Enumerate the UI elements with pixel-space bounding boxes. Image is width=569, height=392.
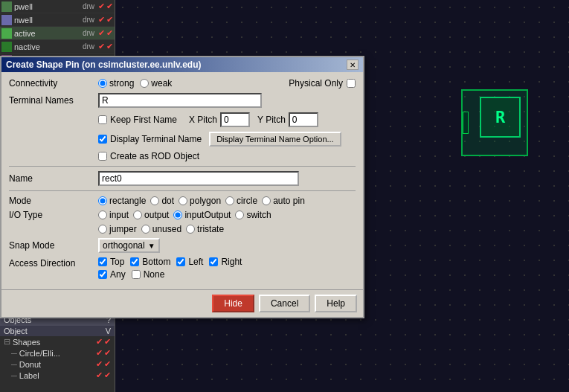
display-terminal-name-label: Display Terminal Name	[110, 134, 202, 144]
panel-label-item[interactable]: ─ Label ✔ ✔	[0, 370, 115, 381]
io-inputoutput[interactable]: inputOutput	[173, 210, 231, 220]
io-inputoutput-radio[interactable]	[173, 211, 182, 219]
access-left[interactable]: Left	[176, 257, 203, 267]
io-output[interactable]: output	[133, 210, 169, 220]
tree-line-icon3: ─	[11, 371, 17, 380]
display-terminal-name-button[interactable]: Display Terminal Name Option...	[209, 132, 341, 147]
access-direction-label: Access Direction	[9, 257, 98, 269]
circle-vis-check[interactable]: ✔	[96, 348, 103, 358]
create-rod-checkbox[interactable]	[98, 152, 107, 161]
hide-button[interactable]: Hide	[212, 295, 254, 312]
io-jumper[interactable]: jumper	[98, 224, 137, 234]
layer-color-nactive	[1, 42, 12, 52]
x-pitch-input[interactable]	[220, 112, 250, 127]
access-any-checkbox[interactable]	[98, 270, 107, 279]
connectivity-row: Connectivity strong weak Physical Only	[9, 78, 356, 89]
layer-type-pwell: drw	[83, 2, 94, 10]
label-vis-check[interactable]: ✔	[96, 370, 103, 380]
mode-rectangle[interactable]: rectangle	[98, 196, 146, 206]
layer-check2-pwell[interactable]: ✔	[106, 1, 113, 11]
io-jumper-radio[interactable]	[98, 225, 107, 234]
donut-vis-check[interactable]: ✔	[96, 359, 103, 369]
io-options-row1: input output inputOutput switch	[98, 210, 271, 220]
strong-option[interactable]: strong	[98, 78, 134, 89]
circle-sel-check[interactable]: ✔	[104, 348, 111, 358]
io-input-radio[interactable]	[98, 211, 107, 219]
access-none[interactable]: None	[132, 269, 165, 280]
access-left-checkbox[interactable]	[176, 257, 185, 266]
cancel-button[interactable]: Cancel	[259, 295, 310, 312]
keep-first-name-option[interactable]: Keep First Name	[98, 115, 177, 125]
donut-sel-check[interactable]: ✔	[104, 359, 111, 369]
layer-check2-nwell[interactable]: ✔	[106, 15, 113, 25]
dialog-close-button[interactable]: ✕	[347, 60, 359, 70]
weak-option[interactable]: weak	[140, 78, 172, 89]
io-unused-radio[interactable]	[141, 225, 150, 234]
physical-only-checkbox[interactable]	[347, 79, 356, 88]
display-terminal-name-option[interactable]: Display Terminal Name	[98, 134, 202, 144]
layer-check2-nactive[interactable]: ✔	[106, 42, 113, 51]
display-terminal-name-checkbox[interactable]	[98, 135, 107, 144]
layer-row-active[interactable]: active drw ✔ ✔	[0, 27, 115, 40]
access-options: Top Bottom Left Right	[98, 257, 242, 280]
layer-row-nactive[interactable]: nactive drw ✔ ✔	[0, 40, 115, 54]
access-right-checkbox[interactable]	[209, 257, 218, 266]
label-sel-check[interactable]: ✔	[104, 370, 111, 380]
access-bottom[interactable]: Bottom	[130, 257, 170, 267]
io-tristate[interactable]: tristate	[186, 224, 224, 234]
access-none-checkbox[interactable]	[132, 270, 141, 279]
access-any-label: Any	[110, 269, 126, 280]
mode-circle[interactable]: circle	[225, 196, 257, 206]
access-right[interactable]: Right	[209, 257, 242, 267]
io-unused-label: unused	[152, 224, 181, 234]
create-rod-option[interactable]: Create as ROD Object	[98, 151, 199, 161]
io-tristate-radio[interactable]	[186, 225, 195, 234]
io-input[interactable]: input	[98, 210, 129, 220]
mode-dot[interactable]: dot	[150, 196, 174, 206]
io-switch-radio[interactable]	[235, 211, 244, 219]
keep-first-name-checkbox[interactable]	[98, 115, 107, 124]
layer-check1-active[interactable]: ✔	[98, 28, 105, 38]
panel-shapes-item[interactable]: ⊟ Shapes ✔ ✔	[0, 336, 115, 347]
mode-dot-radio[interactable]	[150, 196, 159, 205]
y-pitch-input[interactable]	[289, 112, 318, 127]
pitch-row: Keep First Name X Pitch Y Pitch	[9, 112, 356, 127]
layer-check2-active[interactable]: ✔	[106, 28, 113, 38]
mode-polygon-radio[interactable]	[179, 196, 187, 205]
io-switch[interactable]: switch	[235, 210, 271, 220]
visibility-toggle[interactable]: V	[106, 327, 111, 335]
mode-autopin[interactable]: auto pin	[262, 196, 305, 206]
access-top-label: Top	[110, 257, 124, 267]
tree-line-icon: ─	[11, 349, 17, 358]
layer-check1-nactive[interactable]: ✔	[98, 42, 105, 51]
panel-circle-item[interactable]: ─ Circle/Elli... ✔ ✔	[0, 347, 115, 359]
physical-only-label: Physical Only	[289, 78, 343, 89]
name-input[interactable]	[98, 171, 299, 186]
mode-autopin-radio[interactable]	[262, 196, 271, 205]
access-top-checkbox[interactable]	[98, 257, 107, 266]
layer-check1-nwell[interactable]: ✔	[98, 15, 105, 25]
io-options-row2: jumper unused tristate	[98, 224, 224, 234]
access-bottom-checkbox[interactable]	[130, 257, 139, 266]
mode-polygon[interactable]: polygon	[179, 196, 221, 206]
shapes-vis-check[interactable]: ✔	[96, 337, 103, 347]
layer-check1-pwell[interactable]: ✔	[98, 1, 105, 11]
mode-options: rectangle dot polygon circle auto pin	[98, 196, 305, 206]
io-unused[interactable]: unused	[141, 224, 181, 234]
terminal-names-input[interactable]	[98, 93, 262, 108]
help-button[interactable]: Help	[315, 295, 357, 312]
mode-circle-radio[interactable]	[225, 196, 234, 205]
access-any[interactable]: Any	[98, 269, 126, 280]
snap-mode-select[interactable]: orthogonal ▼	[98, 238, 160, 253]
connectivity-label: Connectivity	[9, 78, 98, 89]
weak-radio[interactable]	[140, 79, 149, 88]
shapes-sel-check[interactable]: ✔	[104, 337, 111, 347]
strong-radio[interactable]	[98, 79, 107, 88]
io-output-radio[interactable]	[133, 211, 142, 219]
layer-row-nwell[interactable]: nwell drw ✔ ✔	[0, 13, 115, 27]
mode-rectangle-radio[interactable]	[98, 196, 107, 205]
access-top[interactable]: Top	[98, 257, 124, 267]
panel-donut-item[interactable]: ─ Donut ✔ ✔	[0, 359, 115, 370]
layer-row-pwell[interactable]: pwell drw ✔ ✔	[0, 0, 115, 13]
io-input-label: input	[109, 210, 129, 220]
